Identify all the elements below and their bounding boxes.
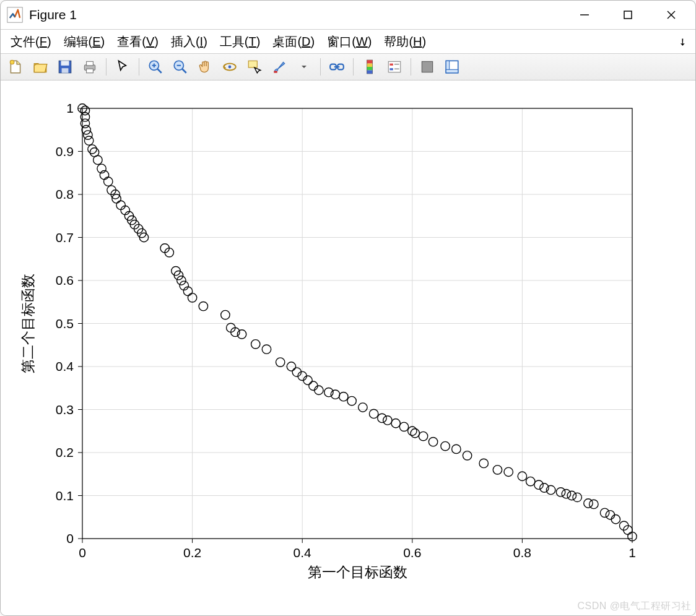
svg-text:1: 1 [66,101,74,115]
brush-dropdown[interactable] [293,56,315,77]
svg-point-133 [276,358,284,367]
svg-point-144 [359,403,367,412]
cursor-icon [115,59,131,75]
menu-help[interactable]: 帮助(H) [379,31,431,53]
link-plot-button[interactable] [326,56,348,77]
svg-point-159 [504,467,513,476]
svg-point-106 [104,177,113,186]
svg-point-152 [419,432,427,440]
svg-point-147 [383,416,392,425]
zoom-in-icon [147,59,163,75]
menu-tools[interactable]: 工具(T) [215,31,266,53]
menu-file[interactable]: 文件(F) [6,31,56,53]
svg-point-165 [556,488,565,497]
show-tools-icon [444,59,460,75]
menu-insert[interactable]: 插入(I) [166,31,212,53]
svg-text:1: 1 [629,545,636,560]
printer-icon [82,59,98,75]
minimize-button[interactable] [563,1,606,29]
axes-area[interactable]: 00.20.40.60.8100.10.20.30.40.50.60.70.80… [1,80,695,615]
svg-rect-10 [87,61,94,66]
svg-point-132 [262,345,271,354]
menu-view[interactable]: 查看(V) [112,31,163,53]
svg-point-98 [82,126,90,134]
svg-rect-30 [367,70,373,73]
svg-text:0: 0 [79,545,86,560]
legend-button[interactable] [383,56,406,77]
rotate3d-button[interactable] [219,56,241,77]
maximize-icon [623,10,633,20]
svg-point-137 [303,376,312,384]
menu-desktop[interactable]: 桌面(D) [268,31,320,53]
dock-arrow-icon[interactable]: ➘ [676,35,690,49]
menu-window[interactable]: 窗口(W) [322,31,376,53]
svg-rect-32 [389,64,393,66]
svg-point-171 [600,508,609,517]
svg-point-173 [611,515,620,524]
svg-text:0.4: 0.4 [294,545,312,560]
svg-point-170 [589,500,598,508]
svg-text:0.2: 0.2 [183,545,201,560]
svg-point-146 [378,414,386,422]
svg-rect-27 [367,60,373,63]
colorbar-icon [362,59,378,75]
svg-text:第二个目标函数: 第二个目标函数 [20,274,36,373]
watermark-text: CSDN @电气工程研习社 [577,600,692,613]
close-button[interactable] [650,1,693,29]
pan-button[interactable] [194,56,216,77]
svg-line-13 [157,69,162,73]
open-file-button[interactable] [29,56,51,77]
hide-plot-tools-button[interactable] [416,56,438,77]
brush-icon [271,59,287,75]
edit-plot-button[interactable] [111,56,134,77]
hand-icon [197,59,213,75]
svg-text:0.2: 0.2 [56,445,74,459]
maximize-button[interactable] [606,1,650,29]
new-figure-button[interactable] [4,56,27,77]
svg-point-127 [221,310,230,319]
svg-text:0.7: 0.7 [56,230,74,245]
svg-point-145 [369,409,378,418]
svg-point-103 [94,155,102,164]
svg-text:0.1: 0.1 [56,488,74,503]
svg-point-131 [251,340,260,349]
svg-text:0.8: 0.8 [56,187,74,201]
window-title: Figure 1 [29,7,77,22]
svg-point-155 [452,445,461,453]
zoom-in-button[interactable] [144,56,167,77]
svg-point-157 [479,459,488,467]
svg-point-101 [88,145,97,154]
svg-text:0.3: 0.3 [56,402,74,417]
brush-button[interactable] [268,56,290,77]
svg-rect-22 [274,71,277,73]
svg-point-139 [315,386,323,394]
scatter-chart: 00.20.40.60.8100.10.20.30.40.50.60.70.80… [1,80,695,613]
svg-point-151 [411,429,419,438]
svg-rect-0 [7,7,22,22]
svg-text:第一个目标函数: 第一个目标函数 [308,564,407,580]
svg-rect-33 [389,68,393,70]
colorbar-button[interactable] [359,56,381,77]
data-cursor-button[interactable] [243,56,266,77]
svg-point-5 [10,60,14,64]
svg-rect-11 [87,69,94,73]
link-icon [329,59,345,75]
svg-text:0.9: 0.9 [56,144,74,158]
svg-point-172 [606,511,614,519]
menu-edit[interactable]: 编辑(E) [59,31,110,53]
svg-point-166 [562,490,570,498]
svg-point-99 [84,131,92,139]
legend-icon [386,59,402,75]
save-disk-icon [57,59,73,75]
svg-text:0.8: 0.8 [513,545,531,560]
svg-point-162 [534,480,543,489]
svg-point-161 [526,477,535,485]
zoom-out-button[interactable] [169,56,191,77]
show-plot-tools-button[interactable] [441,56,463,77]
svg-rect-28 [367,64,373,67]
data-cursor-icon [246,59,263,75]
save-button[interactable] [54,56,76,77]
titlebar: Figure 1 [1,1,695,30]
svg-point-100 [84,136,93,145]
print-button[interactable] [79,56,101,77]
